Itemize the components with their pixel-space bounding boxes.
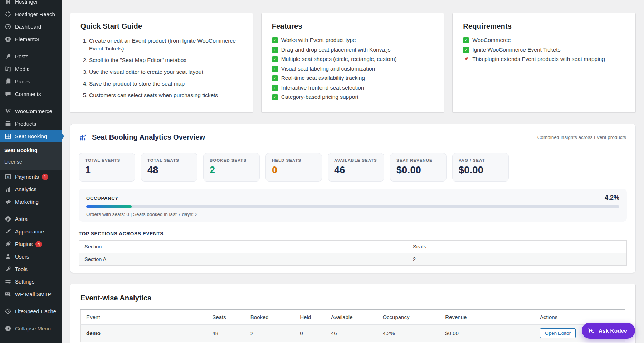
wrench-icon [4,266,11,273]
stat-card-available-seats: AVAILABLE SEATS46 [328,153,384,182]
sidebar-item-marketing[interactable]: Marketing [0,195,62,208]
sidebar-item-elementor[interactable]: Elementor [0,33,62,45]
sidebar-item-products[interactable]: Products [0,117,62,130]
sidebar-item-label: LiteSpeed Cache [15,308,56,314]
table-row: Section A2 [79,253,627,265]
requirement-item: ✓WooCommerce [463,37,625,43]
sidebar-item-hostinger[interactable]: Hostinger [0,0,62,8]
admin-sidebar: HostingerHostinger ReachDashboardElement… [0,0,62,343]
feature-item: ✓Real-time seat availability tracking [272,75,434,81]
table-cell: 4.2% [377,324,440,342]
sidebar-item-seat-booking[interactable]: Seat Booking [0,130,62,142]
feature-text: Works with Event product type [281,37,356,43]
requirements-list: ✓WooCommerce✓Ignite WooCommerce Event Ti… [463,37,625,62]
column-header: Actions [535,309,625,324]
top-sections-table-head: SectionSeats [79,240,627,253]
stat-card-total-seats: TOTAL SEATS48 [141,153,197,182]
stat-label: AVAILABLE SEATS [334,158,378,163]
top-sections-table-body: Section A2 [79,253,627,265]
hostinger-icon [4,0,11,5]
sidebar-item-analytics[interactable]: Analytics [0,183,62,195]
quick-start-steps: Create or edit an Event product (from Ig… [80,37,243,99]
check-icon: ✓ [272,47,278,53]
quick-start-step: Use the visual editor to create your sea… [89,68,243,76]
sidebar-item-hostinger-reach[interactable]: Hostinger Reach [0,8,62,20]
sidebar-item-comments[interactable]: Comments [0,88,62,100]
table-cell: 2 [245,324,294,342]
feature-text: Real-time seat availability tracking [281,75,365,81]
bar-chart-icon [4,186,11,193]
quick-start-card: Quick Start Guide Create or edit an Even… [70,13,253,113]
sidebar-item-label: Plugins [15,241,33,247]
check-icon: ✓ [272,56,278,62]
quick-start-title: Quick Start Guide [80,22,243,30]
sidebar-item-users[interactable]: Users [0,250,62,263]
media-icon [4,66,11,73]
sidebar-item-label: Marketing [15,199,39,205]
ask-kodee-button[interactable]: Ask Kodee [582,323,635,339]
feature-text: Interactive frontend seat selection [281,84,364,91]
sidebar-item-plugins[interactable]: Plugins4 [0,238,62,250]
event-analytics-table: EventSeatsBookedHeldAvailableOccupancyRe… [80,309,625,342]
submenu-item-license[interactable]: License [0,156,62,168]
sidebar-item-label: Appearance [15,228,44,235]
open-editor-button[interactable]: Open Editor [540,328,576,338]
sidebar-item-label: Astra [15,216,28,222]
requirement-text: WooCommerce [472,37,511,43]
sidebar-item-posts[interactable]: Posts [0,50,62,63]
sidebar-item-settings[interactable]: Settings [0,275,62,288]
column-header: Available [326,309,377,324]
check-icon: ✓ [272,75,278,81]
stat-value: 0 [272,165,316,176]
sidebar-item-media[interactable]: Media [0,63,62,75]
sidebar-item-label: Hostinger [15,0,38,5]
column-header: Held [294,309,326,324]
stat-label: BOOKED SEATS [210,158,253,163]
event-analytics-card: Event-wise Analytics EventSeatsBookedHel… [70,284,636,343]
sidebar-item-appearance[interactable]: Appearance [0,225,62,238]
feature-text: Multiple seat shapes (circle, rectangle,… [281,56,397,62]
column-header: Booked [245,309,294,324]
occupancy-header: OCCUPANCY 4.2% [86,194,619,202]
features-title: Features [272,22,434,30]
column-header: Revenue [440,309,535,324]
event-analytics-title: Event-wise Analytics [80,294,625,302]
stat-label: SEAT REVENUE [396,158,440,163]
gauge-icon [4,23,11,30]
feature-item: ✓Multiple seat shapes (circle, rectangle… [272,56,434,62]
stat-label: TOTAL EVENTS [85,158,129,163]
svg-text:W: W [5,108,11,114]
event-table-body: demo4820464.2%$0.00Open Editor [81,324,625,342]
check-icon: ✓ [463,47,469,53]
sidebar-item-payments[interactable]: $Payments1 [0,170,62,183]
check-icon: ✓ [272,85,278,91]
stat-card-booked-seats: BOOKED SEATS2 [203,153,260,182]
sidebar-item-litespeed-cache[interactable]: LiteSpeed Cache [0,305,62,318]
features-list: ✓Works with Event product type✓Drag-and-… [272,37,434,100]
submenu-item-seat-booking[interactable]: Seat Booking [0,145,62,156]
analytics-title-wrap: Seat Booking Analytics Overview [79,133,205,141]
column-header: Seats [207,309,245,324]
sliders-icon [4,278,11,285]
sidebar-item-pages[interactable]: Pages [0,75,62,88]
seat-booking-submenu: Seat BookingLicense [0,142,62,170]
sidebar-item-astra[interactable]: Astra [0,213,62,225]
kodee-label: Ask Kodee [599,328,627,334]
requirements-card: Requirements ✓WooCommerce✓Ignite WooComm… [452,13,636,113]
features-card: Features ✓Works with Event product type✓… [261,13,445,113]
sidebar-item-collapse-menu[interactable]: Collapse Menu [0,322,62,335]
sidebar-item-label: Settings [15,279,34,285]
sidebar-item-label: Comments [15,91,41,97]
box-icon [4,120,11,127]
check-icon: ✓ [272,37,278,43]
sidebar-item-wp-mail-smtp[interactable]: WP Mail SMTP [0,288,62,300]
stat-value: $0.00 [396,165,440,176]
sidebar-item-woocommerce[interactable]: WWooCommerce [0,105,62,117]
sidebar-item-tools[interactable]: Tools [0,263,62,275]
top-sections-table: SectionSeats Section A2 [79,240,627,266]
sidebar-item-dashboard[interactable]: Dashboard [0,20,62,33]
sidebar-item-label: Users [15,253,29,260]
stat-value: 2 [210,165,253,176]
sidebar-item-label: Pages [15,78,30,84]
table-cell: Section A [79,253,408,265]
